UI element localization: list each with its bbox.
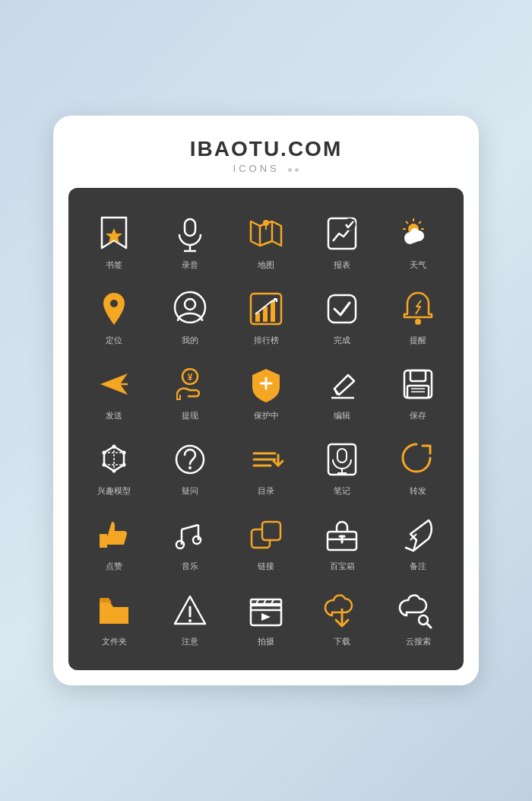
icon-cell-like[interactable]: 点赞 [76, 504, 152, 580]
svg-point-49 [103, 451, 106, 455]
icon-cell-report[interactable]: 报表 [304, 203, 380, 278]
question-label: 疑问 [182, 485, 198, 497]
dot2 [295, 168, 299, 172]
icon-cell-music[interactable]: 音乐 [152, 504, 228, 580]
header-subtitle: ICONS [68, 163, 464, 174]
svg-point-46 [122, 463, 126, 467]
svg-point-48 [103, 463, 106, 467]
header: IBAOTU.COM ICONS [68, 137, 464, 174]
map-icon [246, 214, 286, 253]
like-label: 点赞 [106, 561, 122, 572]
cloudsearch-label: 云搜索 [406, 636, 431, 647]
icon-cell-map[interactable]: 地图 [228, 203, 304, 278]
svg-rect-25 [328, 295, 356, 323]
icon-cell-note[interactable]: 笔记 [304, 429, 380, 504]
icon-cell-camera[interactable]: 拍摄 [228, 580, 304, 655]
report-icon [322, 214, 362, 253]
like-icon [94, 515, 134, 555]
microphone-icon [170, 214, 210, 253]
svg-point-45 [122, 451, 126, 455]
svg-rect-36 [410, 370, 426, 381]
link-icon [246, 515, 286, 555]
note-icon [322, 440, 362, 479]
ranking-icon [246, 289, 286, 329]
icon-grid-container: 书签 录音 [68, 188, 464, 670]
icon-cell-send[interactable]: 发送 [76, 354, 152, 429]
svg-rect-23 [263, 307, 268, 322]
svg-rect-57 [337, 449, 347, 462]
svg-point-63 [176, 541, 184, 548]
user-label: 我的 [182, 335, 198, 346]
icon-cell-link[interactable]: 链接 [228, 504, 304, 580]
icon-cell-edit[interactable]: 编辑 [304, 354, 380, 429]
svg-marker-82 [261, 613, 271, 621]
withdraw-label: 提现 [182, 410, 198, 421]
save-label: 保存 [410, 410, 426, 421]
send-label: 发送 [106, 410, 122, 421]
menu-icon [246, 440, 286, 479]
site-title: IBAOTU.COM [68, 137, 464, 161]
svg-point-47 [112, 469, 116, 473]
icon-cell-bookmark[interactable]: 书签 [76, 203, 152, 278]
svg-line-60 [182, 525, 198, 529]
icon-cell-3dmodel[interactable]: 兴趣模型 [76, 429, 152, 504]
icon-cell-location[interactable]: 定位 [76, 278, 152, 354]
remind-icon [398, 289, 438, 329]
icon-cell-remind[interactable]: 提醒 [380, 278, 456, 354]
folder-label: 文件夹 [102, 636, 127, 647]
bookmark-label: 书签 [106, 259, 122, 271]
icon-cell-warning[interactable]: 注意 [152, 580, 228, 655]
question-icon [170, 440, 210, 479]
svg-line-85 [426, 623, 431, 628]
music-icon [170, 515, 210, 555]
location-icon [94, 289, 134, 329]
icon-cell-weather[interactable]: 天气 [380, 203, 456, 278]
bookmark-icon [94, 214, 134, 253]
weather-label: 天气 [410, 259, 426, 271]
icon-cell-menu[interactable]: 目录 [228, 429, 304, 504]
svg-point-75 [188, 619, 192, 622]
icon-cell-microphone[interactable]: 录音 [152, 203, 228, 278]
forward-label: 转发 [410, 485, 426, 497]
icon-cell-complete[interactable]: 完成 [304, 278, 380, 354]
icon-cell-question[interactable]: 疑问 [152, 429, 228, 504]
camera-icon [246, 590, 286, 630]
download-icon [322, 590, 362, 630]
cloudsearch-icon [398, 590, 438, 630]
icon-cell-withdraw[interactable]: ¥ 提现 [152, 354, 228, 429]
3dmodel-label: 兴趣模型 [97, 485, 131, 497]
toolbox-label: 百宝箱 [330, 561, 355, 572]
icon-cell-download[interactable]: 下载 [304, 580, 380, 655]
annotation-label: 备注 [410, 561, 426, 572]
location-label: 定位 [106, 335, 122, 346]
send-icon [94, 364, 134, 404]
svg-line-17 [419, 221, 421, 224]
remind-label: 提醒 [410, 335, 426, 346]
complete-icon [322, 289, 362, 329]
user-icon [170, 289, 210, 329]
folder-icon [94, 590, 134, 630]
protect-icon [246, 364, 286, 404]
edit-label: 编辑 [334, 410, 350, 421]
icon-cell-protect[interactable]: 保护中 [228, 354, 304, 429]
svg-line-72 [406, 548, 413, 551]
svg-point-20 [185, 299, 195, 310]
svg-rect-1 [185, 219, 195, 236]
icon-cell-save[interactable]: 保存 [380, 354, 456, 429]
icon-cell-ranking[interactable]: 排行榜 [228, 278, 304, 354]
icon-cell-folder[interactable]: 文件夹 [76, 580, 152, 655]
svg-point-51 [188, 466, 192, 469]
svg-text:¥: ¥ [188, 372, 193, 383]
weather-icon [398, 214, 438, 253]
icon-cell-annotation[interactable]: 备注 [380, 504, 456, 580]
icon-cell-cloudsearch[interactable]: 云搜索 [380, 580, 456, 655]
icon-cell-toolbox[interactable]: 百宝箱 [304, 504, 380, 580]
dot1 [288, 168, 292, 172]
main-card: IBAOTU.COM ICONS 书签 [53, 116, 479, 685]
save-icon [398, 364, 438, 404]
music-label: 音乐 [182, 561, 198, 572]
icon-cell-user[interactable]: 我的 [152, 278, 228, 354]
map-label: 地图 [258, 259, 274, 271]
complete-label: 完成 [334, 335, 350, 346]
icon-cell-forward[interactable]: 转发 [380, 429, 456, 504]
